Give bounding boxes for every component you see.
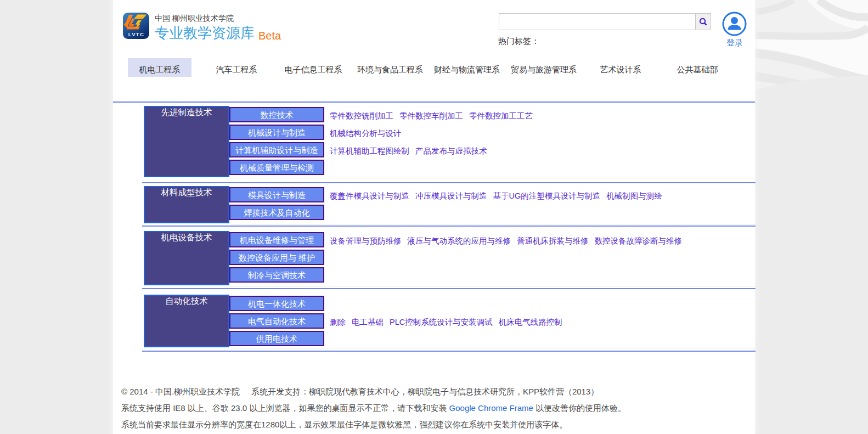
svg-text:LVTC: LVTC xyxy=(128,31,145,37)
